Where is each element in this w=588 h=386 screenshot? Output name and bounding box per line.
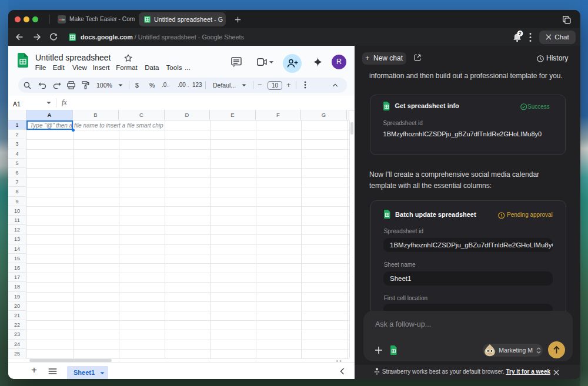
svg-text:2: 2 (519, 31, 522, 36)
